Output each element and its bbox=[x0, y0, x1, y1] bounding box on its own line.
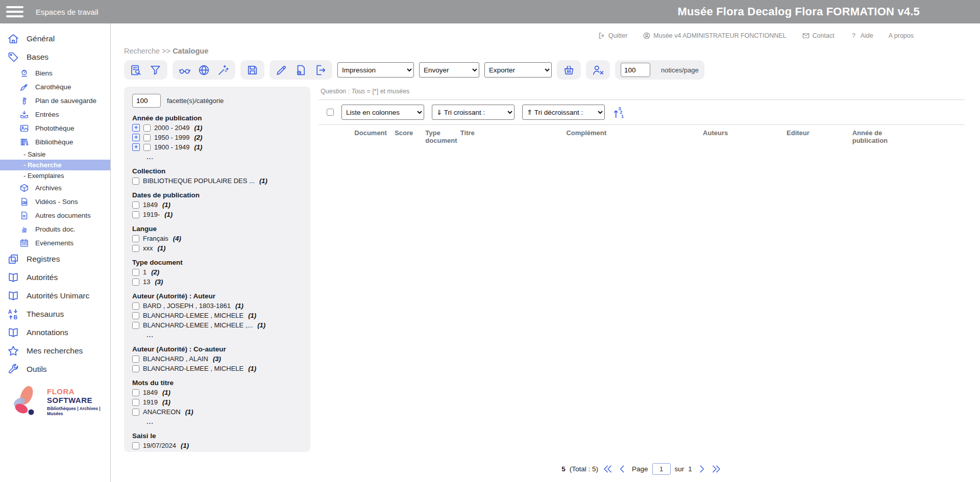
envoyer-select[interactable]: Envoyer bbox=[419, 62, 479, 78]
sidebar-item-annotations[interactable]: Annotations bbox=[0, 323, 110, 342]
facet-label: BLANCHARD-LEMEE , MICHELE bbox=[143, 312, 243, 319]
sidebar-item-entrees[interactable]: Entrées bbox=[0, 108, 110, 121]
notices-per-page-label: notices/page bbox=[661, 66, 699, 74]
sidebar-item-thesaurus[interactable]: ABThesaurus bbox=[0, 305, 110, 323]
sort-ascending-select[interactable]: ⇓ Tri croissant : bbox=[432, 105, 514, 120]
page-number-input[interactable] bbox=[652, 463, 671, 475]
doc-remove-icon[interactable] bbox=[295, 64, 307, 77]
facet-count-input[interactable] bbox=[132, 94, 161, 108]
userbar-contact[interactable]: Contact bbox=[802, 32, 835, 40]
sidebar-item-registres[interactable]: Registres bbox=[0, 250, 110, 268]
sidebar-item-recherche[interactable]: - Recherche bbox=[0, 160, 110, 170]
expand-plus-icon[interactable]: + bbox=[132, 124, 140, 132]
first-page-icon[interactable] bbox=[602, 464, 613, 474]
globe-icon[interactable] bbox=[198, 64, 210, 77]
sidebar-item-phototheque[interactable]: Photothèque bbox=[0, 121, 110, 135]
notices-per-page-input[interactable] bbox=[621, 63, 650, 77]
facet-group-title: Auteur (Autorité) : Auteur bbox=[132, 292, 302, 300]
facet-checkbox[interactable] bbox=[132, 365, 139, 372]
doc-export-icon[interactable] bbox=[314, 64, 327, 77]
funnel-icon[interactable] bbox=[149, 64, 162, 77]
sidebar-item-autorites-unimarc[interactable]: Autorités Unimarc bbox=[0, 287, 110, 305]
sidebar-item-autres-documents[interactable]: Autres documents bbox=[0, 209, 110, 222]
magic-wand-icon[interactable] bbox=[217, 64, 230, 77]
facet-checkbox[interactable] bbox=[132, 452, 139, 452]
facet-checkbox[interactable] bbox=[143, 124, 151, 132]
exporter-select[interactable]: Exporter bbox=[484, 62, 552, 78]
facet-checkbox[interactable] bbox=[132, 235, 139, 242]
sidebar-item-archives[interactable]: Archives bbox=[0, 181, 110, 195]
userbar-label: Musée v4 ADMINISTRATEUR FONCTIONNEL bbox=[653, 32, 786, 39]
previous-page-icon[interactable] bbox=[617, 464, 628, 474]
last-page-icon[interactable] bbox=[711, 464, 722, 474]
facet-count: (1) bbox=[257, 321, 265, 329]
userbar-aide[interactable]: ?Aide bbox=[850, 32, 873, 40]
facet-checkbox[interactable] bbox=[132, 322, 139, 329]
facet-more-link[interactable]: ... bbox=[146, 418, 302, 425]
sidebar-item-exemplaires[interactable]: - Exemplaires bbox=[0, 170, 110, 181]
sidebar-item-mes-recherches[interactable]: Mes recherches bbox=[0, 342, 110, 360]
facet-count: (1) bbox=[162, 398, 170, 406]
facet-checkbox[interactable] bbox=[143, 134, 151, 141]
facet-checkbox[interactable] bbox=[132, 201, 139, 209]
sidebar-item-autorites[interactable]: Autorités bbox=[0, 268, 110, 287]
facet-label: BARD , JOSEPH , 1803-1861 bbox=[143, 302, 231, 310]
logo-text-software: SOFTWARE bbox=[47, 396, 92, 404]
facet-checkbox[interactable] bbox=[132, 399, 139, 406]
save-icon[interactable] bbox=[246, 64, 259, 77]
select-all-checkbox[interactable] bbox=[327, 109, 334, 116]
sidebar-item-plan-de-sauvegarde[interactable]: Plan de sauvegarde bbox=[0, 94, 110, 108]
next-page-icon[interactable] bbox=[696, 464, 707, 474]
breadcrumb-section: Recherche >> bbox=[124, 47, 170, 55]
sidebar-item-saisie[interactable]: - Saisie bbox=[0, 149, 110, 160]
facet-item: BARD , JOSEPH , 1803-1861(1) bbox=[132, 302, 302, 310]
facet-checkbox[interactable] bbox=[132, 389, 139, 396]
facet-checkbox[interactable] bbox=[132, 269, 139, 276]
facet-group-langue: LangueFrançais(4)xxx(1) bbox=[132, 225, 302, 252]
flora-butterfly-logo-icon bbox=[6, 383, 43, 420]
list-search-icon[interactable] bbox=[130, 64, 142, 77]
sidebar-item-videos-sons[interactable]: Vidéos - Sons bbox=[0, 195, 110, 209]
glasses-icon[interactable] bbox=[178, 64, 191, 77]
svg-text:B: B bbox=[14, 314, 18, 320]
workspace-label[interactable]: Espaces de travail bbox=[36, 8, 99, 16]
sidebar-item-outils[interactable]: Outils bbox=[0, 360, 110, 378]
hamburger-menu-icon[interactable] bbox=[6, 6, 23, 17]
facet-checkbox[interactable] bbox=[132, 356, 139, 363]
facet-checkbox[interactable] bbox=[132, 211, 139, 218]
sidebar-item-produits-doc[interactable]: Produits doc. bbox=[0, 222, 110, 236]
impression-select[interactable]: Impression bbox=[337, 62, 414, 78]
facet-group-title: Langue bbox=[132, 225, 302, 233]
userbar-quitter[interactable]: Quitter bbox=[598, 32, 628, 40]
facet-checkbox[interactable] bbox=[132, 302, 139, 310]
sort-descending-select[interactable]: ⇑ Tri décroissant : bbox=[522, 105, 605, 120]
pencil-icon[interactable] bbox=[275, 64, 288, 77]
facet-checkbox[interactable] bbox=[132, 312, 139, 319]
col-header-annee: Année de publication bbox=[849, 125, 912, 148]
sidebar-item-carotheque[interactable]: Carothèque bbox=[0, 80, 110, 94]
basket-icon[interactable] bbox=[562, 64, 575, 77]
sidebar-item-bases[interactable]: Bases bbox=[0, 48, 110, 66]
sidebar-item-bibliotheque[interactable]: Bibliothèque bbox=[0, 135, 110, 149]
facet-checkbox[interactable] bbox=[132, 278, 139, 286]
sidebar-item-general[interactable]: Général bbox=[0, 30, 110, 48]
userbar-a-propos[interactable]: A propos bbox=[889, 32, 914, 39]
user-remove-icon[interactable] bbox=[592, 64, 604, 77]
facet-checkbox[interactable] bbox=[132, 409, 139, 416]
sidebar-item-biens[interactable]: Biens bbox=[0, 66, 110, 80]
facet-checkbox[interactable] bbox=[132, 442, 139, 449]
facet-more-link[interactable]: ... bbox=[146, 153, 302, 161]
expand-plus-icon[interactable]: + bbox=[132, 134, 140, 141]
facet-checkbox[interactable] bbox=[143, 144, 151, 151]
stack-icon bbox=[19, 224, 29, 234]
facet-checkbox[interactable] bbox=[132, 177, 139, 185]
facet-more-link[interactable]: ... bbox=[146, 331, 302, 339]
facet-count: (3) bbox=[213, 355, 221, 363]
view-mode-select[interactable]: Liste en colonnes bbox=[341, 105, 424, 120]
multi-sort-icon[interactable]: 321 bbox=[612, 106, 626, 119]
sidebar-item-evenements[interactable]: Evènements bbox=[0, 236, 110, 250]
sidebar-item-label: Bibliothèque bbox=[35, 138, 73, 146]
facet-checkbox[interactable] bbox=[132, 245, 139, 252]
expand-plus-icon[interactable]: + bbox=[132, 143, 140, 151]
userbar-musee-v4-administrateur-fonctionnel[interactable]: Musée v4 ADMINISTRATEUR FONCTIONNEL bbox=[643, 32, 786, 40]
